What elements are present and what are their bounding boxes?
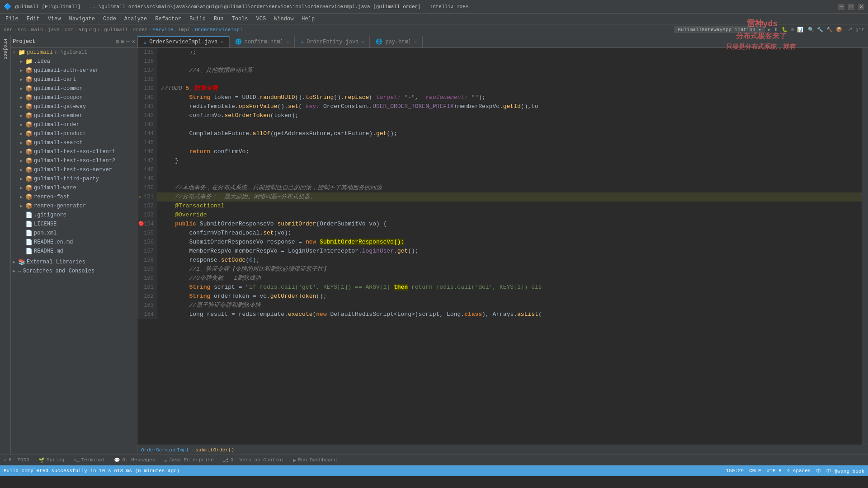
sidebar-item-renren-fast[interactable]: ▶ 📦 renren-fast bbox=[11, 192, 137, 202]
sidebar-item-sso-client2[interactable]: ▶ 📦 gulimall-test-sso-client2 bbox=[11, 156, 137, 165]
code-line-138: 138 bbox=[137, 75, 862, 84]
menu-item-analyze[interactable]: Analyze bbox=[121, 15, 151, 23]
sidebar-item-gitignore[interactable]: ▶ 📄 .gitignore bbox=[11, 211, 137, 220]
maximize-button[interactable]: □ bbox=[848, 4, 854, 10]
breadcrumb-bar: der› src› main› java› com› atguigu› guli… bbox=[0, 24, 868, 35]
editor-breadcrumb-file[interactable]: OrderServiceImpl bbox=[141, 447, 189, 453]
tab-order-entity[interactable]: ☕ OrderEntity.java ✕ bbox=[295, 36, 370, 47]
sidebar-close-icon[interactable]: ✕ bbox=[132, 38, 135, 45]
sidebar-item-member[interactable]: ▶ 📦 gulimall-member bbox=[11, 111, 137, 120]
editor-content[interactable]: 135 }; 136 137 //4、其他数据自动计算 138 bbox=[137, 48, 868, 445]
menu-item-view[interactable]: View bbox=[44, 15, 65, 23]
sidebar-item-readme[interactable]: ▶ 📄 README.md bbox=[11, 247, 137, 256]
tab-close-icon[interactable]: ✕ bbox=[286, 39, 289, 45]
editor-breadcrumb-method[interactable]: submitOrder() bbox=[195, 447, 234, 453]
app-title: gulimall [F:\gulimall] – ...\gulimall-or… bbox=[15, 4, 468, 9]
sidebar-item-ext-libs[interactable]: ▶ 📚 External Libraries bbox=[11, 258, 137, 267]
tab-pay-html[interactable]: 🌐 pay.html ✕ bbox=[370, 36, 423, 47]
code-line-162: 162 String orderToken = vo.getOrderToken… bbox=[137, 292, 862, 301]
sidebar-item-coupon[interactable]: ▶ 📦 gulimall-coupon bbox=[11, 93, 137, 102]
sidebar-item-pomxml[interactable]: ▶ 📄 pom.xml bbox=[11, 229, 137, 238]
sidebar-expand-icon[interactable]: ⊞ bbox=[121, 38, 125, 45]
tab-close-icon[interactable]: ✕ bbox=[361, 39, 364, 45]
version-control-tool[interactable]: ⎇9: Version Control bbox=[221, 457, 286, 463]
sidebar-settings-icon[interactable]: ⚙ bbox=[116, 38, 119, 45]
close-button[interactable]: ✕ bbox=[858, 4, 864, 10]
menu-item-run[interactable]: Run bbox=[210, 15, 227, 23]
run-dashboard-tool[interactable]: ▶Run Dashboard bbox=[292, 457, 339, 463]
sidebar-item-license[interactable]: ▶ 📄 LICENSE bbox=[11, 220, 137, 229]
menu-item-navigate[interactable]: Navigate bbox=[65, 15, 99, 23]
sidebar-item-gateway[interactable]: ▶ 📦 gulimall-gateway bbox=[11, 102, 137, 111]
tab-order-service-impl[interactable]: ☕ OrderServiceImpl.java ✕ bbox=[137, 36, 229, 47]
code-line-149: 149 bbox=[137, 174, 862, 183]
spring-tool[interactable]: 🌱Spring bbox=[37, 457, 66, 463]
breadcrumb-item[interactable]: der bbox=[4, 27, 13, 33]
sidebar-item-auth-server[interactable]: ▶ 📦 gulimall-auth-server bbox=[11, 66, 137, 75]
project-tool-btn[interactable]: Project bbox=[1, 37, 10, 61]
breadcrumb-item[interactable]: order bbox=[133, 27, 148, 33]
breadcrumb-item[interactable]: src bbox=[17, 27, 26, 33]
sidebar-item-order[interactable]: ▶ 📦 gulimall-order bbox=[11, 120, 137, 129]
code-line-152: 152 @Transactional bbox=[137, 202, 862, 211]
code-line-148: 148 bbox=[137, 165, 862, 174]
menu-item-refactor[interactable]: Refactor bbox=[151, 15, 185, 23]
sidebar-item-product[interactable]: ▶ 📦 gulimall-product bbox=[11, 129, 137, 138]
breadcrumb-item[interactable]: com bbox=[65, 27, 74, 33]
sidebar-item-ware[interactable]: ▶ 📦 gulimall-ware bbox=[11, 183, 137, 192]
editor-scrollbar[interactable] bbox=[862, 48, 868, 445]
code-line-135: 135 }; bbox=[137, 48, 862, 57]
breadcrumb-item[interactable]: main bbox=[31, 27, 43, 33]
code-line-141: 141 redisTemplate.opsForValue().set( key… bbox=[137, 102, 862, 111]
code-line-158: 158 response.setCode(0); bbox=[137, 256, 862, 265]
breadcrumb-item[interactable]: impl bbox=[178, 27, 190, 33]
tab-label: OrderEntity.java bbox=[307, 39, 359, 45]
menu-item-help[interactable]: Help bbox=[298, 15, 318, 23]
project-sidebar: Project ⚙ ⊞ ─ ✕ ▾ 📁 gulimall F:\gulimall… bbox=[11, 35, 137, 455]
line-ending[interactable]: CRLF bbox=[749, 468, 761, 474]
code-line-157: 157 MemberRespVo memberRespVo = LoginUse… bbox=[137, 247, 862, 256]
breadcrumb-item[interactable]: atguigu bbox=[78, 27, 99, 33]
todo-tool[interactable]: ✓6: TODO bbox=[2, 457, 31, 463]
messages-tool[interactable]: 💬0: Messages bbox=[112, 457, 157, 463]
sidebar-item-readme-en[interactable]: ▶ 📄 README.en.md bbox=[11, 238, 137, 247]
code-line-161: 161 String script = "if redis.call('get'… bbox=[137, 283, 862, 292]
menu-item-vcs[interactable]: VCS bbox=[253, 15, 270, 23]
code-line-150: 150 //本地事务，在分布式系统，只能控制住自己的回滚，控制不了其他服务的回滚 bbox=[137, 183, 862, 192]
ime-indicator[interactable]: 中 bbox=[816, 468, 821, 474]
breadcrumb-item[interactable]: java bbox=[48, 27, 60, 33]
menu-item-window[interactable]: Window bbox=[270, 15, 297, 23]
sidebar-item-third-party[interactable]: ▶ 📦 gulimall-third-party bbox=[11, 174, 137, 183]
menu-item-file[interactable]: File bbox=[2, 15, 22, 23]
minimize-button[interactable]: － bbox=[838, 4, 844, 10]
left-tool-panel: Project bbox=[0, 35, 11, 455]
terminal-tool[interactable]: >_Terminal bbox=[71, 457, 107, 463]
sidebar-item-scratches[interactable]: ▶ ✏️ Scratches and Consoles bbox=[11, 267, 137, 276]
sidebar-item-search[interactable]: ▶ 📦 gulimall-search bbox=[11, 138, 137, 147]
encoding[interactable]: UTF-8 bbox=[767, 468, 782, 474]
menu-item-build[interactable]: Build bbox=[186, 15, 209, 23]
menu-item-code[interactable]: Code bbox=[99, 15, 120, 23]
run-config[interactable]: GulimallGatewayApplication ▾ bbox=[674, 26, 765, 33]
sidebar-item-cart[interactable]: ▶ 📦 gulimall-cart bbox=[11, 75, 137, 84]
tab-label: OrderServiceImpl.java bbox=[149, 39, 217, 45]
tab-confirm-html[interactable]: 🌐 confirm.html ✕ bbox=[229, 36, 295, 47]
indent-setting[interactable]: 4 spaces bbox=[787, 468, 811, 474]
sidebar-item-sso-client1[interactable]: ▶ 📦 gulimall-test-sso-client1 bbox=[11, 147, 137, 156]
breadcrumb-item[interactable]: gulimall bbox=[104, 27, 128, 33]
sidebar-item-idea[interactable]: ▶ 📁 .idea bbox=[11, 57, 137, 66]
sidebar-item-gulimall[interactable]: ▾ 📁 gulimall F:\gulimall bbox=[11, 48, 137, 57]
sidebar-collapse-icon[interactable]: ─ bbox=[126, 38, 130, 45]
menu-item-edit[interactable]: Edit bbox=[23, 15, 43, 23]
sidebar-item-sso-server[interactable]: ▶ 📦 gulimall-test-sso-server bbox=[11, 165, 137, 174]
java-enterprise-tool[interactable]: ☕Java Enterprise bbox=[162, 457, 216, 463]
code-line-142: 142 confirmVo.setOrderToken(token); bbox=[137, 111, 862, 120]
tab-close-icon[interactable]: ✕ bbox=[220, 39, 223, 45]
sidebar-item-renren-generator[interactable]: ▶ 📦 renren-generator bbox=[11, 202, 137, 211]
breadcrumb-item[interactable]: OrderServiceImpl bbox=[195, 27, 243, 33]
sidebar-item-common[interactable]: ▶ 📦 gulimall-common bbox=[11, 84, 137, 93]
breadcrumb-item[interactable]: service bbox=[152, 27, 173, 33]
menu-item-tools[interactable]: Tools bbox=[228, 15, 252, 23]
tab-close-icon[interactable]: ✕ bbox=[414, 39, 417, 45]
code-line-139: 139 //TODO 5、防重令牌 bbox=[137, 84, 862, 93]
